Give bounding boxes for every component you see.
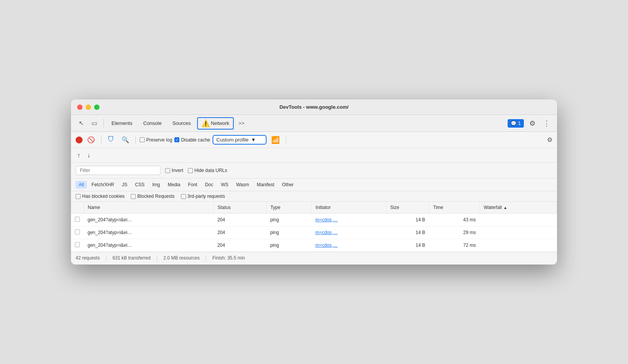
request-count: 42 requests [76, 255, 100, 261]
invert-label[interactable]: Invert [165, 168, 183, 173]
maximize-button[interactable] [94, 104, 100, 110]
blocked-checkbox[interactable] [131, 194, 136, 199]
tab-console[interactable]: Console [138, 118, 166, 128]
network-table-container: NameStatusTypeInitiatorSizeTimeWaterfall… [71, 202, 557, 252]
tab-elements[interactable]: Elements [107, 118, 137, 128]
cell-waterfall [480, 226, 557, 239]
gear-icon: ⚙ [529, 120, 535, 127]
tab-divider [103, 119, 104, 128]
filter-button[interactable]: ⛉ [105, 135, 117, 145]
device-toolbar-button[interactable]: ▭ [88, 117, 100, 129]
table-row[interactable]: gen_204?atyp=i&ei…204pingm=cdos,…14 B43 … [71, 214, 557, 226]
blocked-checkbox[interactable] [76, 194, 81, 199]
disable-cache-checkbox[interactable]: ✓ [174, 137, 179, 142]
export-har-button[interactable]: ↓ [86, 151, 92, 160]
table-row[interactable]: gen_204?atyp=i&ei…204pingm=cdos,…14 B29 … [71, 226, 557, 239]
search-button[interactable]: 🔍 [119, 135, 132, 145]
table-body: gen_204?atyp=i&ei…204pingm=cdos,…14 B43 … [71, 214, 557, 252]
initiator-link[interactable]: m=cdos,… [316, 230, 338, 235]
download-icon: ↓ [87, 152, 90, 158]
network-toolbar: 🚫 ⛉ 🔍 Preserve log ✓ Disable cache Custo… [71, 132, 557, 148]
tab-sources[interactable]: Sources [168, 118, 196, 128]
preserve-log-checkbox[interactable] [140, 137, 145, 142]
tab-bar-right: 💬 1 ⚙ ⋮ [508, 118, 552, 129]
initiator-link[interactable]: m=cdos,… [316, 243, 338, 248]
more-options-button[interactable]: ⋮ [541, 118, 552, 129]
blocked-checkbox[interactable] [181, 194, 186, 199]
type-filter-all[interactable]: All [76, 181, 87, 189]
cell-initiator[interactable]: m=cdos,… [312, 226, 386, 239]
table-row[interactable]: gen_204?atyp=i&ei…204pingm=cdos,…14 B72 … [71, 239, 557, 252]
blocked-filter-3rd-party-requests[interactable]: 3rd-party requests [181, 194, 225, 199]
record-button[interactable] [76, 136, 83, 143]
title-bar: DevTools - www.google.com/ [71, 99, 557, 115]
devtools-window: DevTools - www.google.com/ ↖ ▭ Elements … [71, 99, 557, 265]
minimize-button[interactable] [86, 104, 91, 110]
inspect-icon: ↖ [79, 120, 84, 127]
close-button[interactable] [77, 104, 83, 110]
import-export-toolbar: ↑ ↓ [71, 148, 557, 163]
cell-status: 204 [213, 226, 266, 239]
cell-name[interactable]: gen_204?atyp=i&ei… [84, 226, 213, 239]
hide-data-urls-checkbox[interactable] [188, 168, 193, 173]
inspect-element-button[interactable]: ↖ [76, 117, 87, 129]
cell-initiator[interactable]: m=cdos,… [312, 239, 386, 252]
type-filter-row: AllFetch/XHRJSCSSImgMediaFontDocWSWasmMa… [71, 179, 557, 191]
cell-type: ping [266, 214, 311, 226]
network-settings-button[interactable]: ⚙ [547, 136, 552, 143]
cell-time: 29 ms [429, 226, 479, 239]
tab-more-button[interactable]: >> [235, 118, 247, 128]
settings-button[interactable]: ⚙ [527, 118, 538, 129]
type-filter-manifest[interactable]: Manifest [254, 181, 277, 189]
type-filter-fetch/xhr[interactable]: Fetch/XHR [88, 181, 117, 189]
col-header-checkbox [71, 202, 84, 214]
resources-size: 2.0 MB resources [163, 255, 199, 261]
type-filter-other[interactable]: Other [279, 181, 297, 189]
disable-cache-label[interactable]: ✓ Disable cache [174, 137, 210, 143]
type-filter-img[interactable]: Img [149, 181, 163, 189]
import-har-button[interactable]: ↑ [76, 151, 82, 160]
cell-waterfall [480, 214, 557, 226]
type-filter-doc[interactable]: Doc [202, 181, 216, 189]
type-filter-wasm[interactable]: Wasm [233, 181, 252, 189]
cell-size: 14 B [386, 214, 429, 226]
tab-network[interactable]: ⚠️ Network [197, 117, 234, 130]
hide-data-urls-label[interactable]: Hide data URLs [188, 168, 227, 173]
throttle-profile-label: Custom profile [216, 137, 249, 143]
initiator-link[interactable]: m=cdos,… [316, 217, 338, 222]
invert-checkbox[interactable] [165, 168, 170, 173]
col-header-size: Size [386, 202, 429, 214]
row-checkbox[interactable] [75, 217, 80, 222]
toolbar-divider-2 [135, 136, 136, 144]
issues-count: 1 [518, 121, 521, 126]
type-filter-css[interactable]: CSS [132, 181, 148, 189]
table-header-row: NameStatusTypeInitiatorSizeTimeWaterfall… [71, 202, 557, 214]
cell-initiator[interactable]: m=cdos,… [312, 214, 386, 226]
blocked-filter-blocked-requests[interactable]: Blocked Requests [131, 194, 175, 199]
type-filter-media[interactable]: Media [165, 181, 184, 189]
network-conditions-button[interactable]: 📶 [269, 135, 282, 145]
clear-button[interactable]: 🚫 [85, 135, 97, 145]
cell-time: 43 ms [429, 214, 479, 226]
preserve-log-label[interactable]: Preserve log [140, 137, 172, 143]
throttle-profile-dropdown[interactable]: Custom profile ▼ [213, 135, 267, 145]
col-header-status: Status [213, 202, 266, 214]
col-header-type: Type [266, 202, 311, 214]
cell-status: 204 [213, 214, 266, 226]
type-filter-font[interactable]: Font [185, 181, 200, 189]
type-filter-ws[interactable]: WS [218, 181, 231, 189]
issues-badge-button[interactable]: 💬 1 [508, 119, 524, 128]
row-checkbox[interactable] [75, 242, 80, 247]
col-header-initiator: Initiator [312, 202, 386, 214]
filter-input[interactable] [76, 166, 160, 175]
cell-name[interactable]: gen_204?atyp=i&ei… [84, 214, 213, 226]
col-header-waterfall[interactable]: Waterfall▲ [480, 202, 557, 214]
cell-name[interactable]: gen_204?atyp=i&ei… [84, 239, 213, 252]
network-table: NameStatusTypeInitiatorSizeTimeWaterfall… [71, 202, 557, 252]
row-checkbox[interactable] [75, 229, 80, 234]
blocked-filter-has-blocked-cookies[interactable]: Has blocked cookies [76, 194, 125, 199]
traffic-lights [77, 104, 100, 110]
toolbar-divider-3 [286, 136, 286, 144]
type-filter-js[interactable]: JS [119, 181, 130, 189]
cell-size: 14 B [386, 226, 429, 239]
